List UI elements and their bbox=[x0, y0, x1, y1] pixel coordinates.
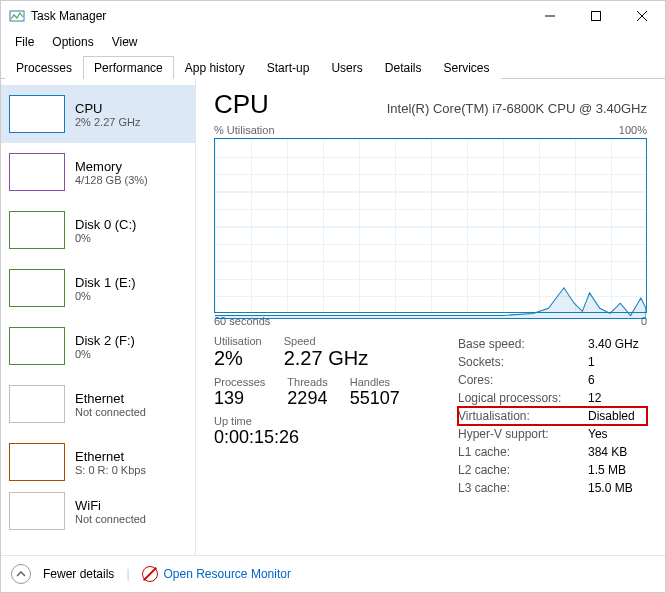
utilisation-value: 2% bbox=[214, 347, 262, 370]
sidebar-item-sub: S: 0 R: 0 Kbps bbox=[75, 464, 146, 476]
resource-monitor-icon bbox=[142, 566, 158, 582]
kv-cores: Cores:6 bbox=[458, 371, 647, 389]
tab-details[interactable]: Details bbox=[374, 56, 433, 79]
uptime-value: 0:00:15:26 bbox=[214, 427, 434, 448]
fewer-details-toggle[interactable] bbox=[11, 564, 31, 584]
sidebar-item-sub: 0% bbox=[75, 348, 135, 360]
close-button[interactable] bbox=[619, 1, 665, 31]
sidebar-item-sub: 2% 2.27 GHz bbox=[75, 116, 140, 128]
footer: Fewer details | Open Resource Monitor bbox=[1, 555, 665, 592]
tab-bar: Processes Performance App history Start-… bbox=[1, 55, 665, 79]
sidebar-item-disk2[interactable]: Disk 2 (F:) 0% bbox=[1, 317, 195, 375]
speed-value: 2.27 GHz bbox=[284, 347, 368, 370]
sidebar-item-cpu[interactable]: CPU 2% 2.27 GHz bbox=[1, 85, 195, 143]
sidebar-item-sub: Not connected bbox=[75, 513, 146, 525]
menubar: File Options View bbox=[1, 31, 665, 55]
stats-area: Utilisation 2% Speed 2.27 GHz Processes … bbox=[214, 335, 647, 497]
kv-l2-cache: L2 cache:1.5 MB bbox=[458, 461, 647, 479]
kv-sockets: Sockets:1 bbox=[458, 353, 647, 371]
disk-thumb-icon bbox=[9, 327, 65, 365]
kv-l1-cache: L1 cache:384 KB bbox=[458, 443, 647, 461]
tab-startup[interactable]: Start-up bbox=[256, 56, 321, 79]
processes-value: 139 bbox=[214, 388, 265, 409]
sidebar-item-disk0[interactable]: Disk 0 (C:) 0% bbox=[1, 201, 195, 259]
minimize-button[interactable] bbox=[527, 1, 573, 31]
uptime-label: Up time bbox=[214, 415, 434, 427]
kv-hyperv: Hyper-V support:Yes bbox=[458, 425, 647, 443]
content-area: CPU 2% 2.27 GHz Memory 4/128 GB (3%) Dis… bbox=[1, 79, 665, 555]
sidebar-item-sub: 0% bbox=[75, 290, 136, 302]
speed-label: Speed bbox=[284, 335, 368, 347]
titlebar: Task Manager bbox=[1, 1, 665, 31]
sidebar-item-ethernet0[interactable]: Ethernet Not connected bbox=[1, 375, 195, 433]
cpu-thumb-icon bbox=[9, 95, 65, 133]
svg-rect-2 bbox=[592, 12, 601, 21]
menu-options[interactable]: Options bbox=[44, 33, 101, 51]
open-resource-monitor-link[interactable]: Open Resource Monitor bbox=[142, 566, 291, 582]
handles-label: Handles bbox=[350, 376, 400, 388]
sidebar-item-label: Memory bbox=[75, 159, 148, 174]
sidebar-item-label: Disk 2 (F:) bbox=[75, 333, 135, 348]
ethernet-thumb-icon bbox=[9, 385, 65, 423]
wifi-thumb-icon bbox=[9, 492, 65, 530]
sidebar: CPU 2% 2.27 GHz Memory 4/128 GB (3%) Dis… bbox=[1, 79, 196, 555]
tab-services[interactable]: Services bbox=[432, 56, 500, 79]
menu-file[interactable]: File bbox=[7, 33, 42, 51]
handles-value: 55107 bbox=[350, 388, 400, 409]
sidebar-item-disk1[interactable]: Disk 1 (E:) 0% bbox=[1, 259, 195, 317]
open-resource-monitor-label: Open Resource Monitor bbox=[164, 567, 291, 581]
tab-app-history[interactable]: App history bbox=[174, 56, 256, 79]
footer-separator: | bbox=[126, 567, 129, 581]
sidebar-item-label: Disk 0 (C:) bbox=[75, 217, 136, 232]
main-panel: CPU Intel(R) Core(TM) i7-6800K CPU @ 3.4… bbox=[196, 79, 665, 555]
kv-virtualisation: Virtualisation:Disabled bbox=[458, 407, 647, 425]
sidebar-item-label: Ethernet bbox=[75, 391, 146, 406]
sidebar-item-sub: Not connected bbox=[75, 406, 146, 418]
memory-thumb-icon bbox=[9, 153, 65, 191]
sidebar-item-sub: 4/128 GB (3%) bbox=[75, 174, 148, 186]
sidebar-item-sub: 0% bbox=[75, 232, 136, 244]
disk-thumb-icon bbox=[9, 269, 65, 307]
window-title: Task Manager bbox=[31, 9, 106, 23]
disk-thumb-icon bbox=[9, 211, 65, 249]
chart-y-label: % Utilisation bbox=[214, 124, 275, 136]
sidebar-item-memory[interactable]: Memory 4/128 GB (3%) bbox=[1, 143, 195, 201]
processes-label: Processes bbox=[214, 376, 265, 388]
maximize-button[interactable] bbox=[573, 1, 619, 31]
app-icon bbox=[9, 8, 25, 24]
sidebar-item-ethernet1[interactable]: Ethernet S: 0 R: 0 Kbps bbox=[1, 433, 195, 491]
kv-l3-cache: L3 cache:15.0 MB bbox=[458, 479, 647, 497]
sidebar-item-wifi[interactable]: WiFi Not connected bbox=[1, 491, 195, 531]
ethernet-thumb-icon bbox=[9, 443, 65, 481]
tab-users[interactable]: Users bbox=[320, 56, 373, 79]
chart-y-max: 100% bbox=[619, 124, 647, 136]
kv-logical-processors: Logical processors:12 bbox=[458, 389, 647, 407]
tab-performance[interactable]: Performance bbox=[83, 56, 174, 79]
tab-processes[interactable]: Processes bbox=[5, 56, 83, 79]
fewer-details-label[interactable]: Fewer details bbox=[43, 567, 114, 581]
cpu-utilisation-chart[interactable] bbox=[214, 138, 647, 313]
threads-label: Threads bbox=[287, 376, 327, 388]
sidebar-item-label: Ethernet bbox=[75, 449, 146, 464]
threads-value: 2294 bbox=[287, 388, 327, 409]
sidebar-item-label: Disk 1 (E:) bbox=[75, 275, 136, 290]
sidebar-item-label: CPU bbox=[75, 101, 140, 116]
menu-view[interactable]: View bbox=[104, 33, 146, 51]
kv-base-speed: Base speed:3.40 GHz bbox=[458, 335, 647, 353]
utilisation-label: Utilisation bbox=[214, 335, 262, 347]
cpu-model: Intel(R) Core(TM) i7-6800K CPU @ 3.40GHz bbox=[387, 101, 647, 116]
sidebar-item-label: WiFi bbox=[75, 498, 146, 513]
page-title: CPU bbox=[214, 89, 269, 120]
